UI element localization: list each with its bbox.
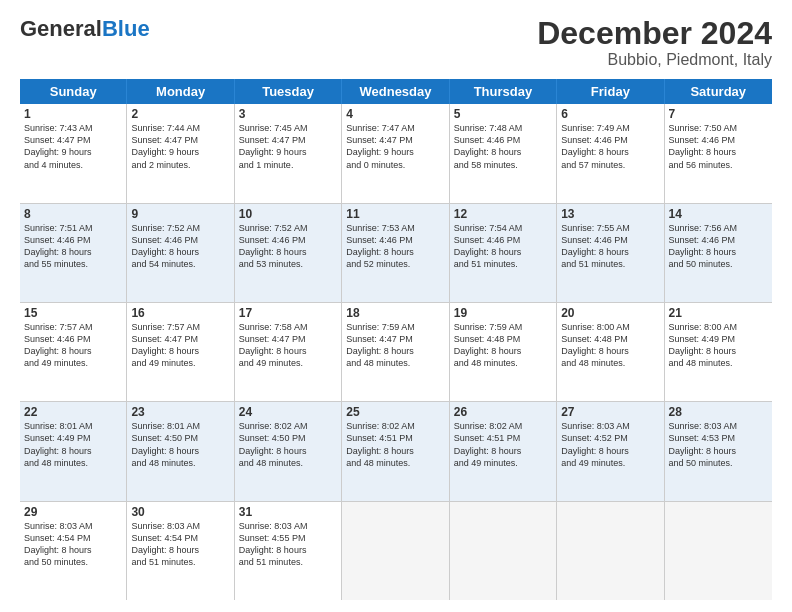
calendar-cell-30: 30Sunrise: 8:03 AMSunset: 4:54 PMDayligh… [127, 502, 234, 600]
calendar-cell-22: 22Sunrise: 8:01 AMSunset: 4:49 PMDayligh… [20, 402, 127, 500]
day-number: 19 [454, 306, 552, 320]
calendar-cell-28: 28Sunrise: 8:03 AMSunset: 4:53 PMDayligh… [665, 402, 772, 500]
day-number: 23 [131, 405, 229, 419]
day-number: 16 [131, 306, 229, 320]
calendar-header-thursday: Thursday [450, 79, 557, 104]
day-info: Sunrise: 7:58 AMSunset: 4:47 PMDaylight:… [239, 321, 337, 370]
calendar-cell-26: 26Sunrise: 8:02 AMSunset: 4:51 PMDayligh… [450, 402, 557, 500]
day-number: 11 [346, 207, 444, 221]
day-info: Sunrise: 8:02 AMSunset: 4:51 PMDaylight:… [454, 420, 552, 469]
calendar-cell-12: 12Sunrise: 7:54 AMSunset: 4:46 PMDayligh… [450, 204, 557, 302]
day-number: 27 [561, 405, 659, 419]
day-info: Sunrise: 7:45 AMSunset: 4:47 PMDaylight:… [239, 122, 337, 171]
day-number: 3 [239, 107, 337, 121]
day-number: 13 [561, 207, 659, 221]
calendar-body: 1Sunrise: 7:43 AMSunset: 4:47 PMDaylight… [20, 104, 772, 600]
calendar-cell-23: 23Sunrise: 8:01 AMSunset: 4:50 PMDayligh… [127, 402, 234, 500]
page-title: December 2024 [537, 16, 772, 51]
day-number: 17 [239, 306, 337, 320]
calendar-cell-19: 19Sunrise: 7:59 AMSunset: 4:48 PMDayligh… [450, 303, 557, 401]
calendar-row-2: 15Sunrise: 7:57 AMSunset: 4:46 PMDayligh… [20, 303, 772, 402]
calendar-cell-16: 16Sunrise: 7:57 AMSunset: 4:47 PMDayligh… [127, 303, 234, 401]
day-info: Sunrise: 7:57 AMSunset: 4:47 PMDaylight:… [131, 321, 229, 370]
day-number: 30 [131, 505, 229, 519]
day-number: 14 [669, 207, 768, 221]
day-info: Sunrise: 8:01 AMSunset: 4:50 PMDaylight:… [131, 420, 229, 469]
calendar-cell-4: 4Sunrise: 7:47 AMSunset: 4:47 PMDaylight… [342, 104, 449, 202]
calendar-cell-18: 18Sunrise: 7:59 AMSunset: 4:47 PMDayligh… [342, 303, 449, 401]
calendar-header-wednesday: Wednesday [342, 79, 449, 104]
day-number: 29 [24, 505, 122, 519]
day-number: 25 [346, 405, 444, 419]
day-info: Sunrise: 7:57 AMSunset: 4:46 PMDaylight:… [24, 321, 122, 370]
day-number: 6 [561, 107, 659, 121]
day-info: Sunrise: 7:54 AMSunset: 4:46 PMDaylight:… [454, 222, 552, 271]
calendar-cell-empty [665, 502, 772, 600]
logo-text: GeneralBlue [20, 16, 150, 42]
day-number: 21 [669, 306, 768, 320]
calendar-header-sunday: Sunday [20, 79, 127, 104]
day-info: Sunrise: 8:00 AMSunset: 4:48 PMDaylight:… [561, 321, 659, 370]
day-info: Sunrise: 7:52 AMSunset: 4:46 PMDaylight:… [239, 222, 337, 271]
day-number: 12 [454, 207, 552, 221]
day-info: Sunrise: 8:03 AMSunset: 4:52 PMDaylight:… [561, 420, 659, 469]
day-info: Sunrise: 8:02 AMSunset: 4:51 PMDaylight:… [346, 420, 444, 469]
calendar-cell-5: 5Sunrise: 7:48 AMSunset: 4:46 PMDaylight… [450, 104, 557, 202]
page-subtitle: Bubbio, Piedmont, Italy [537, 51, 772, 69]
day-info: Sunrise: 7:47 AMSunset: 4:47 PMDaylight:… [346, 122, 444, 171]
calendar-header: SundayMondayTuesdayWednesdayThursdayFrid… [20, 79, 772, 104]
calendar-header-tuesday: Tuesday [235, 79, 342, 104]
day-number: 7 [669, 107, 768, 121]
day-info: Sunrise: 7:50 AMSunset: 4:46 PMDaylight:… [669, 122, 768, 171]
day-info: Sunrise: 7:52 AMSunset: 4:46 PMDaylight:… [131, 222, 229, 271]
day-number: 10 [239, 207, 337, 221]
title-block: December 2024 Bubbio, Piedmont, Italy [537, 16, 772, 69]
day-number: 18 [346, 306, 444, 320]
calendar-header-monday: Monday [127, 79, 234, 104]
calendar-cell-empty [450, 502, 557, 600]
calendar-header-friday: Friday [557, 79, 664, 104]
calendar-cell-7: 7Sunrise: 7:50 AMSunset: 4:46 PMDaylight… [665, 104, 772, 202]
day-info: Sunrise: 7:59 AMSunset: 4:47 PMDaylight:… [346, 321, 444, 370]
day-info: Sunrise: 7:43 AMSunset: 4:47 PMDaylight:… [24, 122, 122, 171]
calendar-cell-11: 11Sunrise: 7:53 AMSunset: 4:46 PMDayligh… [342, 204, 449, 302]
calendar-cell-29: 29Sunrise: 8:03 AMSunset: 4:54 PMDayligh… [20, 502, 127, 600]
day-number: 1 [24, 107, 122, 121]
calendar-cell-1: 1Sunrise: 7:43 AMSunset: 4:47 PMDaylight… [20, 104, 127, 202]
day-info: Sunrise: 7:59 AMSunset: 4:48 PMDaylight:… [454, 321, 552, 370]
day-number: 20 [561, 306, 659, 320]
day-number: 28 [669, 405, 768, 419]
day-number: 5 [454, 107, 552, 121]
day-info: Sunrise: 7:55 AMSunset: 4:46 PMDaylight:… [561, 222, 659, 271]
day-info: Sunrise: 8:03 AMSunset: 4:55 PMDaylight:… [239, 520, 337, 569]
calendar-cell-27: 27Sunrise: 8:03 AMSunset: 4:52 PMDayligh… [557, 402, 664, 500]
calendar-cell-15: 15Sunrise: 7:57 AMSunset: 4:46 PMDayligh… [20, 303, 127, 401]
calendar-cell-20: 20Sunrise: 8:00 AMSunset: 4:48 PMDayligh… [557, 303, 664, 401]
day-number: 26 [454, 405, 552, 419]
calendar-cell-13: 13Sunrise: 7:55 AMSunset: 4:46 PMDayligh… [557, 204, 664, 302]
calendar-cell-14: 14Sunrise: 7:56 AMSunset: 4:46 PMDayligh… [665, 204, 772, 302]
day-info: Sunrise: 7:51 AMSunset: 4:46 PMDaylight:… [24, 222, 122, 271]
page: GeneralBlue December 2024 Bubbio, Piedmo… [0, 0, 792, 612]
day-number: 4 [346, 107, 444, 121]
calendar-cell-8: 8Sunrise: 7:51 AMSunset: 4:46 PMDaylight… [20, 204, 127, 302]
calendar-row-1: 8Sunrise: 7:51 AMSunset: 4:46 PMDaylight… [20, 204, 772, 303]
calendar-cell-3: 3Sunrise: 7:45 AMSunset: 4:47 PMDaylight… [235, 104, 342, 202]
calendar-cell-2: 2Sunrise: 7:44 AMSunset: 4:47 PMDaylight… [127, 104, 234, 202]
day-number: 15 [24, 306, 122, 320]
day-info: Sunrise: 7:56 AMSunset: 4:46 PMDaylight:… [669, 222, 768, 271]
calendar-cell-10: 10Sunrise: 7:52 AMSunset: 4:46 PMDayligh… [235, 204, 342, 302]
calendar: SundayMondayTuesdayWednesdayThursdayFrid… [20, 79, 772, 600]
day-info: Sunrise: 7:53 AMSunset: 4:46 PMDaylight:… [346, 222, 444, 271]
calendar-header-saturday: Saturday [665, 79, 772, 104]
calendar-row-0: 1Sunrise: 7:43 AMSunset: 4:47 PMDaylight… [20, 104, 772, 203]
day-number: 8 [24, 207, 122, 221]
day-info: Sunrise: 8:03 AMSunset: 4:53 PMDaylight:… [669, 420, 768, 469]
calendar-cell-24: 24Sunrise: 8:02 AMSunset: 4:50 PMDayligh… [235, 402, 342, 500]
calendar-cell-6: 6Sunrise: 7:49 AMSunset: 4:46 PMDaylight… [557, 104, 664, 202]
day-info: Sunrise: 8:01 AMSunset: 4:49 PMDaylight:… [24, 420, 122, 469]
calendar-cell-empty [342, 502, 449, 600]
calendar-cell-empty [557, 502, 664, 600]
calendar-cell-21: 21Sunrise: 8:00 AMSunset: 4:49 PMDayligh… [665, 303, 772, 401]
day-info: Sunrise: 7:48 AMSunset: 4:46 PMDaylight:… [454, 122, 552, 171]
